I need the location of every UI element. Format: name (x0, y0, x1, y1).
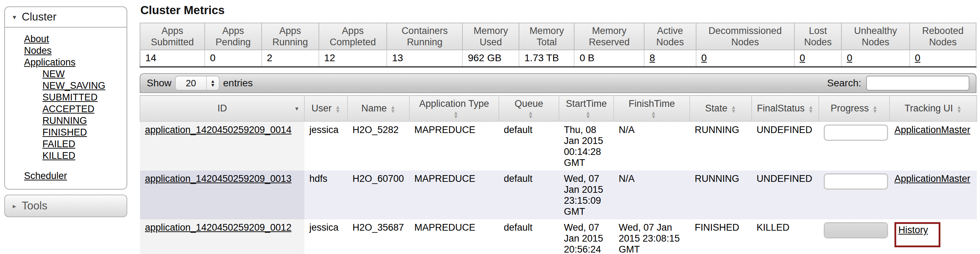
progress-bar (824, 222, 888, 238)
app-state-link-submitted[interactable]: SUBMITTED (43, 92, 124, 103)
sort-icon-row: ▲▼ (617, 110, 687, 118)
cell-user: jessica (304, 121, 347, 171)
column-header-tracking-ui[interactable]: Tracking UI▲▼ (889, 96, 977, 121)
app-state-link-finished[interactable]: FINISHED (43, 127, 124, 138)
metrics-header-cell: Memory Reserved (574, 23, 644, 50)
column-header-label: Queue (514, 98, 543, 109)
tracking-ui-link[interactable]: ApplicationMaster (894, 125, 970, 135)
cell-tracking-ui: ApplicationMaster (889, 121, 977, 171)
app-state-link-killed[interactable]: KILLED (43, 150, 124, 162)
cell-start-time: Thu, 08 Jan 2015 00:14:28 GMT (559, 121, 614, 171)
cell-progress (819, 171, 889, 219)
metrics-value-cell: 13 (387, 50, 463, 67)
sidebar-item-scheduler[interactable]: Scheduler (24, 170, 124, 182)
cell-progress (819, 121, 889, 171)
application-id-link[interactable]: application_1420450259209_0013 (145, 173, 291, 184)
sidebar-item-about[interactable]: About (24, 33, 124, 45)
column-header-name[interactable]: Name▲▼ (347, 96, 409, 121)
page-size-select[interactable]: 20 ▲▼ (175, 76, 220, 91)
table-toolbar: Show 20 ▲▼ entries Search: (140, 73, 977, 93)
metrics-header-cell: Unhealthy Nodes (842, 23, 910, 50)
app-state-links: NEWNEW_SAVINGSUBMITTEDACCEPTEDRUNNINGFIN… (43, 68, 124, 162)
column-header-starttime[interactable]: StartTime▲▼ (559, 96, 614, 121)
metrics-header-cell: Containers Running (387, 23, 463, 50)
highlight-annotation-box: History (894, 222, 940, 247)
metrics-value-cell: 0 B (574, 50, 644, 67)
cell-queue: default (499, 171, 559, 219)
metrics-value-link[interactable]: 0 (847, 52, 853, 63)
cell-tracking-ui: History (889, 219, 977, 254)
metrics-value-cell: 0 (205, 50, 262, 67)
column-header-id[interactable]: ID▾ (140, 96, 304, 121)
column-header-label: State (705, 103, 727, 113)
metrics-header-cell: Apps Running (262, 23, 319, 50)
cell-id: application_1420450259209_0013 (140, 171, 304, 219)
metrics-value-cell: 1.73 TB (519, 50, 574, 67)
main-content: Cluster Metrics Apps SubmittedApps Pendi… (140, 3, 977, 254)
metrics-header-cell: Apps Pending (205, 23, 262, 50)
app-state-link-new_saving[interactable]: NEW_SAVING (43, 80, 124, 92)
metrics-value-link[interactable]: 0 (702, 52, 707, 63)
sidebar-item-applications[interactable]: Applications (24, 57, 124, 68)
sort-toggle-icon: ▲▼ (651, 111, 656, 118)
cell-id: application_1420450259209_0012 (140, 219, 304, 254)
sort-toggle-icon: ▲▼ (957, 105, 962, 113)
progress-bar (824, 173, 888, 190)
sort-toggle-icon: ▲▼ (390, 105, 396, 113)
search-label: Search: (827, 77, 862, 89)
cell-final-status: UNDEFINED (752, 171, 819, 219)
tools-panel-header[interactable]: ▸ Tools (4, 195, 127, 217)
application-id-link[interactable]: application_1420450259209_0014 (145, 125, 291, 135)
cell-tracking-ui: ApplicationMaster (889, 171, 977, 219)
cell-final-status: UNDEFINED (752, 121, 819, 171)
cell-user: jessica (304, 219, 347, 254)
application-id-link[interactable]: application_1420450259209_0012 (145, 222, 291, 233)
sort-toggle-icon: ▲▼ (872, 105, 878, 113)
application-row: application_1420450259209_0014jessicaH2O… (140, 121, 977, 171)
metrics-header-cell: Decommissioned Nodes (696, 23, 794, 50)
column-header-label: Tracking UI (905, 103, 953, 113)
cell-start-time: Wed, 07 Jan 2015 23:15:09 GMT (559, 171, 614, 219)
app-state-link-new[interactable]: NEW (43, 68, 124, 80)
metrics-value-cell: 12 (319, 50, 387, 67)
app-state-link-running[interactable]: RUNNING (43, 115, 124, 127)
cell-queue: default (499, 219, 559, 254)
column-header-queue[interactable]: Queue▲▼ (499, 96, 559, 121)
cell-name: H2O_35687 (347, 219, 409, 254)
cluster-nav-panel: ▾ Cluster AboutNodesApplications NEWNEW_… (4, 6, 127, 190)
column-header-label: StartTime (566, 98, 607, 109)
app-state-link-failed[interactable]: FAILED (43, 138, 124, 150)
metrics-value-link[interactable]: 0 (915, 52, 921, 63)
tracking-ui-link[interactable]: ApplicationMaster (894, 173, 970, 184)
cell-application-type: MAPREDUCE (409, 171, 499, 219)
cell-name: H2O_5282 (347, 121, 409, 171)
sort-descending-icon: ▾ (295, 103, 298, 114)
metrics-header-cell: Apps Submitted (140, 23, 205, 50)
column-header-user[interactable]: User▲▼ (304, 96, 347, 121)
column-header-progress[interactable]: Progress▲▼ (819, 96, 889, 121)
metrics-header-cell: Memory Total (519, 23, 574, 50)
application-row: application_1420450259209_0013hdfsH2O_60… (140, 171, 977, 219)
metrics-value-cell: 0 (842, 50, 910, 67)
search-input[interactable] (866, 76, 969, 91)
app-state-link-accepted[interactable]: ACCEPTED (43, 103, 124, 115)
column-header-state[interactable]: State▲▼ (690, 96, 752, 121)
cell-state: RUNNING (690, 121, 752, 171)
sort-icon-row: ▲▼ (502, 110, 556, 118)
column-header-application-type[interactable]: Application Type▲▼ (409, 96, 499, 121)
metrics-value-link[interactable]: 8 (649, 52, 655, 63)
metrics-header-cell: Active Nodes (644, 23, 696, 50)
sidebar-item-nodes[interactable]: Nodes (24, 45, 124, 57)
metrics-header-cell: Rebooted Nodes (910, 23, 976, 50)
metrics-header-cell: Lost Nodes (794, 23, 842, 50)
column-header-label: Name (361, 103, 387, 113)
sort-icon-row: ▲▼ (412, 110, 496, 118)
cluster-nav-header[interactable]: ▾ Cluster (5, 7, 127, 27)
tracking-ui-link[interactable]: History (898, 225, 928, 235)
column-header-finalstatus[interactable]: FinalStatus▲▼ (752, 96, 819, 121)
column-header-finishtime[interactable]: FinishTime▲▼ (614, 96, 690, 121)
sort-toggle-icon: ▲▼ (528, 111, 533, 118)
progress-bar-fill (825, 223, 887, 237)
metrics-value-link[interactable]: 0 (800, 52, 805, 63)
cluster-nav-items: AboutNodesApplications (24, 33, 124, 68)
